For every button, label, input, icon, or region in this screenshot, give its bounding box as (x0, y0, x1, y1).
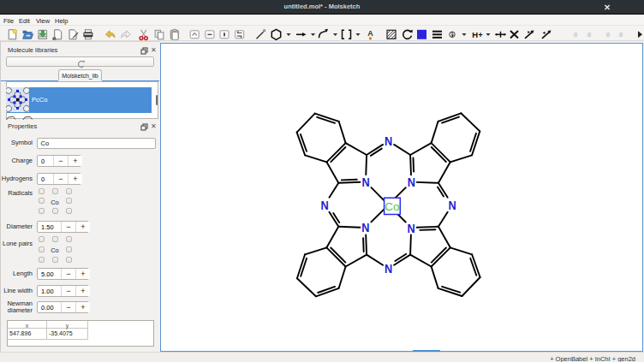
svg-text:N: N (449, 199, 456, 212)
svg-text:N: N (385, 262, 392, 276)
svg-text:N: N (408, 175, 415, 189)
svg-text:N: N (361, 221, 369, 234)
svg-text:N: N (321, 199, 329, 212)
svg-text:A: A (367, 29, 373, 38)
svg-text:Co: Co (385, 200, 399, 213)
svg-text:H+: H+ (472, 30, 483, 39)
svg-text:8: 8 (574, 31, 578, 39)
svg-text:N: N (361, 175, 369, 189)
svg-text:8: 8 (606, 31, 611, 39)
svg-text:8: 8 (619, 31, 623, 39)
svg-text:N: N (385, 134, 392, 148)
svg-text:8: 8 (587, 31, 592, 39)
svg-text:N: N (408, 222, 415, 235)
